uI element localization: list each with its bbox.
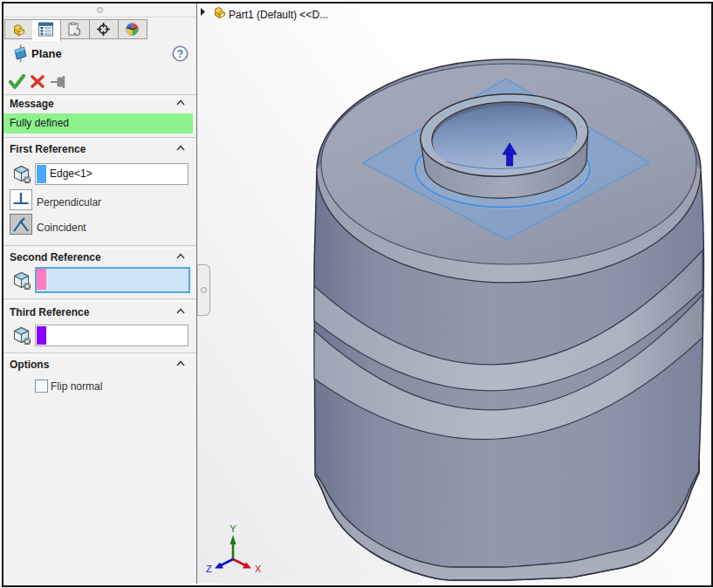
svg-text:Y: Y <box>230 523 237 534</box>
svg-text:?: ? <box>177 48 183 60</box>
svg-text:Z: Z <box>206 564 212 574</box>
svg-text:X: X <box>255 564 262 574</box>
